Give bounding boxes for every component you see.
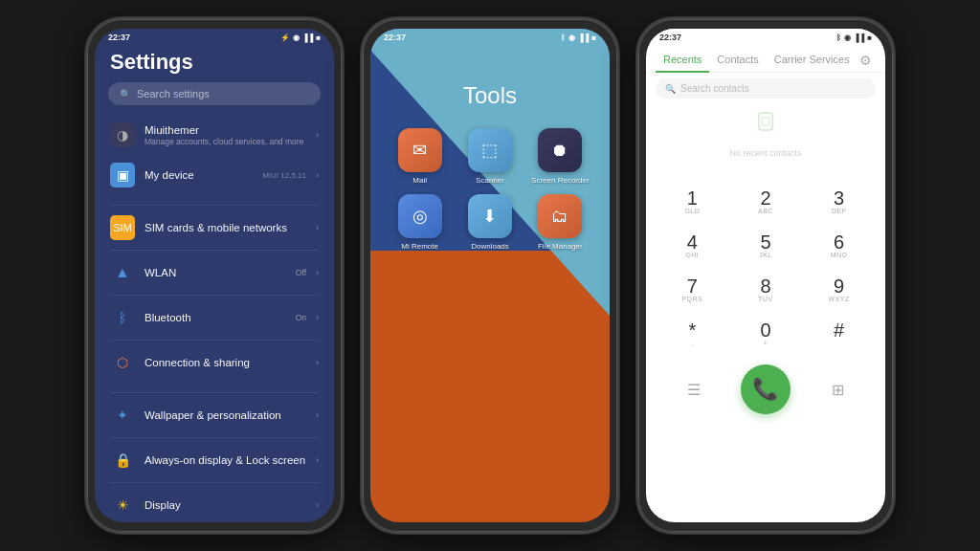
wifi-icon-3: ◉ (844, 33, 851, 42)
dialer-search-bar[interactable]: 🔍 Search contacts (656, 78, 876, 99)
scanner-icon: ⬚ (468, 128, 512, 172)
bt-icon-2: ᛒ (561, 33, 566, 42)
svg-rect-0 (759, 113, 772, 130)
dial-num-star: * (688, 320, 696, 340)
sim-title: SIM cards & mobile networks (145, 222, 306, 233)
battery-icon-2: ■ (591, 33, 596, 42)
settings-item-display[interactable]: ☀ Display › (95, 485, 334, 522)
dial-key-3[interactable]: 3 DEF (802, 181, 876, 225)
app-screenrecorder[interactable]: ⏺ Screen Recorder (530, 128, 590, 185)
dial-key-8[interactable]: 8 TUV (729, 269, 803, 313)
app-mail[interactable]: ✉ Mail (390, 128, 450, 185)
dial-key-7[interactable]: 7 PQRS (656, 269, 729, 313)
mydevice-title: My device (145, 169, 253, 181)
mail-label: Mail (412, 176, 427, 185)
dialer-screen: 22:37 ᛒ ◉ ▐▐ ■ Recents Contacts Carrier … (646, 29, 885, 522)
wallpaper-title: Wallpaper & personalization (145, 409, 306, 421)
bluetooth-status-icon: ⚡ (280, 33, 290, 42)
dial-key-star[interactable]: * , (656, 313, 729, 357)
dial-keypad-button[interactable]: ⊞ (820, 372, 855, 407)
tab-carrier-services[interactable]: Carrier Services (767, 48, 858, 72)
miremote-icon: ◎ (398, 194, 442, 238)
connection-chevron: › (316, 358, 319, 367)
dial-call-button[interactable]: 📞 (741, 364, 791, 414)
dial-num-9: 9 (834, 276, 844, 296)
app-grid: ✉ Mail ⬚ Scanner ⏺ Screen (380, 128, 600, 251)
status-bar-1: 22:37 ⚡ ◉ ▐▐ ■ (95, 29, 334, 44)
dial-key-0[interactable]: 0 + (729, 313, 803, 357)
dial-actions: ☰ 📞 ⊞ (646, 357, 885, 426)
tools-screen: 22:37 ᛒ ◉ ▐▐ ■ Tools ✉ Mail (370, 29, 610, 522)
wallpaper-icon: ✦ (110, 403, 135, 428)
app-scanner[interactable]: ⬚ Scanner (459, 128, 520, 185)
tools-content: Tools ✉ Mail ⬚ Scanner (370, 44, 610, 522)
dial-letters-star: , (691, 340, 693, 349)
tab-recents[interactable]: Recents (656, 48, 709, 73)
bt-icon-3: ᛒ (836, 33, 841, 42)
dial-letters-8: TUV (758, 296, 773, 305)
dial-letters-3: DEF (832, 208, 847, 217)
dial-letters-9: WXYZ (829, 296, 850, 305)
settings-list: ◑ Miuithemer Manage accounts, cloud serv… (95, 115, 334, 522)
app-downloads[interactable]: ⬇ Downloads (459, 194, 520, 251)
wifi-status-icon: ◉ (293, 33, 300, 42)
settings-item-bluetooth[interactable]: ᛒ Bluetooth On › (95, 298, 334, 338)
dial-letters-1: GLD (684, 208, 700, 217)
settings-icon[interactable]: ⚙ (859, 53, 872, 68)
signal-icon-3: ▐▐ (854, 33, 864, 42)
dial-key-1[interactable]: 1 GLD (656, 181, 729, 225)
status-time-1: 22:37 (108, 33, 130, 42)
dial-num-0: 0 (760, 320, 770, 340)
dial-key-6[interactable]: 6 MNO (802, 225, 876, 269)
settings-item-connection[interactable]: ⬡ Connection & sharing › (95, 342, 334, 383)
dial-key-hash[interactable]: # (802, 313, 876, 357)
dial-letters-5: JKL (759, 252, 772, 261)
status-bar-2: 22:37 ᛒ ◉ ▐▐ ■ (370, 29, 610, 44)
dial-num-7: 7 (687, 276, 698, 296)
dial-key-9[interactable]: 9 WXYZ (802, 269, 876, 313)
settings-title: Settings (95, 44, 334, 82)
tab-contacts[interactable]: Contacts (709, 48, 766, 72)
dialpad: 1 GLD 2 ABC 3 DEF 4 GHI 5 JKL (646, 181, 885, 357)
divider-7 (110, 482, 319, 483)
battery-icon-3: ■ (867, 33, 872, 42)
wallpaper-chevron: › (316, 410, 319, 420)
settings-item-wlan[interactable]: ▲ WLAN Off › (95, 253, 334, 293)
settings-item-sim[interactable]: SIM SIM cards & mobile networks › (95, 208, 334, 248)
dial-letters-0: + (764, 340, 768, 349)
divider-2 (110, 250, 319, 251)
settings-search-bar[interactable]: 🔍 Search settings (108, 82, 321, 105)
wlan-icon: ▲ (110, 260, 135, 285)
phone-2: 22:37 ᛒ ◉ ▐▐ ■ Tools ✉ Mail (361, 17, 619, 534)
dial-key-5[interactable]: 5 JKL (729, 225, 803, 269)
downloads-icon: ⬇ (468, 194, 512, 238)
miuithemer-title: Miuithemer (145, 124, 306, 136)
settings-item-mydevice[interactable]: ▣ My device MIUI 12.5.11 › (95, 155, 334, 195)
dial-key-4[interactable]: 4 GHI (656, 225, 729, 269)
bluetooth-status: On (296, 313, 306, 322)
search-contacts-placeholder: Search contacts (680, 83, 749, 94)
battery-icon: ■ (316, 33, 321, 42)
screenrecorder-label: Screen Recorder (531, 176, 589, 185)
phone-2-screen: 22:37 ᛒ ◉ ▐▐ ■ Tools ✉ Mail (370, 29, 610, 522)
display-icon: ☀ (110, 493, 135, 518)
dial-key-2[interactable]: 2 ABC (729, 181, 803, 225)
wifi-icon-2: ◉ (568, 33, 575, 42)
dial-letters-6: MNO (831, 252, 848, 261)
settings-item-wallpaper[interactable]: ✦ Wallpaper & personalization › (95, 395, 334, 435)
signal-icon: ▐▐ (302, 33, 313, 42)
sim-icon: SIM (110, 215, 135, 240)
settings-item-miuithemer[interactable]: ◑ Miuithemer Manage accounts, cloud serv… (95, 115, 334, 155)
app-filemanager[interactable]: 🗂 File Manager (530, 194, 590, 251)
app-miremote[interactable]: ◎ Mi Remote (390, 194, 450, 251)
svg-rect-1 (762, 118, 769, 125)
mydevice-badge: MIUI 12.5.11 (262, 171, 306, 180)
phone-1: 22:37 ⚡ ◉ ▐▐ ■ Settings 🔍 Search setting… (85, 17, 344, 534)
dial-menu-button[interactable]: ☰ (677, 372, 711, 407)
bluetooth-icon: ᛒ (110, 305, 135, 330)
mail-icon: ✉ (398, 128, 442, 172)
alwayson-chevron: › (316, 455, 319, 465)
connection-icon: ⬡ (110, 350, 135, 375)
search-icon-dialer: 🔍 (665, 84, 676, 94)
settings-item-alwayson[interactable]: 🔒 Always-on display & Lock screen › (95, 440, 334, 480)
